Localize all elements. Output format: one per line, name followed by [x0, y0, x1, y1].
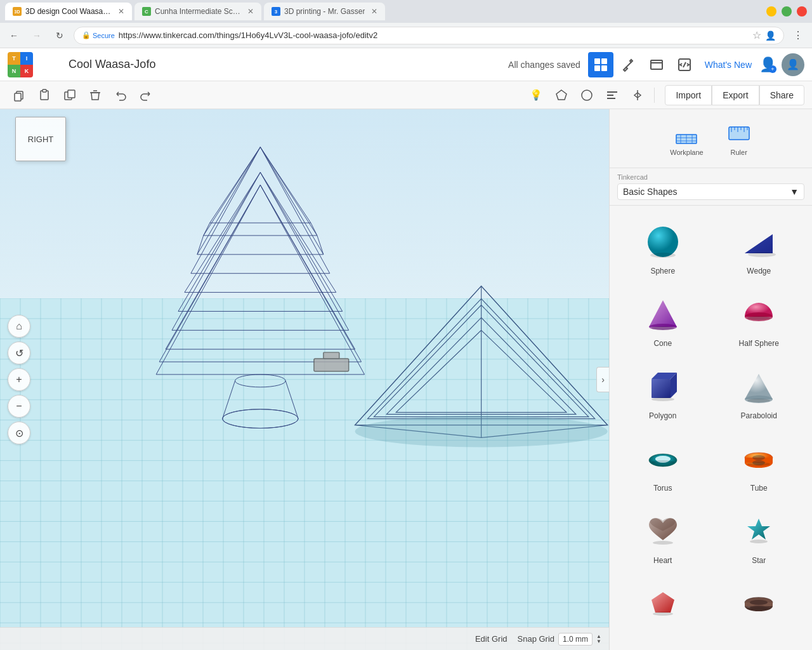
tab3-close[interactable]: ✕ — [371, 7, 377, 16]
right-panel: Workplane Ruler — [609, 109, 812, 650]
shape-torus[interactable]: Torus — [615, 428, 711, 500]
mirror-button[interactable] — [626, 84, 649, 107]
svg-point-134 — [752, 455, 765, 460]
shape-paraboloid[interactable]: Paraboloid — [711, 355, 808, 428]
tinkercad-logo[interactable]: T I N K — [8, 52, 33, 77]
shape-tube[interactable]: Tube — [711, 428, 808, 500]
category-dropdown[interactable]: Basic Shapes ▼ — [617, 183, 804, 200]
whats-new-button[interactable]: What's New — [700, 60, 757, 70]
shape12-icon — [737, 580, 781, 625]
more-button[interactable]: ⋮ — [789, 27, 807, 44]
redo-button[interactable] — [134, 84, 157, 107]
shape-half-sphere[interactable]: Half Sphere — [711, 283, 808, 355]
star-icon[interactable]: ☆ — [752, 29, 761, 41]
tab-3[interactable]: 3 3D printing - Mr. Gasser ✕ — [264, 3, 385, 20]
maximize-button[interactable] — [782, 6, 792, 17]
svg-rect-9 — [43, 90, 46, 92]
zoom-in-button[interactable]: + — [8, 368, 30, 391]
ruler-tool[interactable]: Ruler — [719, 117, 759, 160]
align-left-button[interactable] — [601, 84, 624, 107]
paraboloid-icon — [737, 363, 781, 408]
svg-marker-140 — [652, 592, 674, 613]
paste-button[interactable] — [33, 84, 56, 107]
shape11-icon — [641, 580, 685, 625]
svg-rect-103 — [729, 127, 749, 140]
svg-point-139 — [750, 540, 768, 543]
address-bar[interactable]: 🔒 Secure https://www.tinkercad.com/thing… — [74, 27, 784, 44]
svg-point-145 — [750, 600, 768, 605]
tube-icon — [737, 435, 781, 480]
app-header: T I N K Cool Waasa-Jofo All changes save… — [0, 48, 812, 81]
tab2-close[interactable]: ✕ — [247, 7, 254, 16]
shape-cone[interactable]: Cone — [615, 283, 711, 355]
edit-grid-label[interactable]: Edit Grid — [475, 634, 508, 644]
fit-view-button[interactable]: ⊙ — [8, 421, 30, 444]
category-selector: Tinkercad Basic Shapes ▼ — [610, 168, 812, 206]
half-sphere-icon — [737, 291, 781, 335]
view-button[interactable] — [644, 52, 669, 77]
shape-wedge[interactable]: Wedge — [711, 211, 808, 283]
torus-icon — [641, 435, 685, 480]
add-user-button[interactable]: 👤+ — [759, 56, 776, 73]
copy-button[interactable] — [8, 84, 30, 107]
grid-floor — [0, 298, 609, 650]
delete-button[interactable] — [84, 84, 107, 107]
orientation-cube[interactable]: RIGHT — [15, 117, 66, 161]
svg-point-111 — [648, 227, 678, 257]
svg-point-126 — [747, 399, 770, 402]
viewport[interactable]: RIGHT ⌂ ↺ + − ⊙ › Edit Grid Snap Grid 1.… — [0, 109, 609, 650]
export-button[interactable]: Export — [712, 85, 759, 105]
svg-point-124 — [652, 397, 674, 401]
shape-12[interactable] — [711, 573, 808, 636]
svg-point-147 — [747, 607, 770, 611]
rotate-view-button[interactable]: ↺ — [8, 342, 30, 364]
heart-label: Heart — [653, 556, 672, 565]
shape-polygon[interactable]: Polygon — [615, 355, 711, 428]
back-button[interactable]: ← — [5, 27, 23, 44]
svg-point-13 — [582, 90, 592, 100]
light-button[interactable]: 💡 — [525, 84, 547, 107]
grid-view-button[interactable] — [588, 52, 613, 77]
tab-2[interactable]: C Cunha Intermediate Scho... ✕ — [134, 3, 261, 20]
star-label: Star — [752, 556, 766, 565]
polygon-label: Polygon — [649, 411, 676, 420]
snap-arrows[interactable]: ▲ ▼ — [596, 634, 601, 644]
code-button[interactable] — [672, 52, 697, 77]
tab1-title: 3D design Cool Waasa-... — [25, 7, 112, 16]
browser-titlebar: 3D 3D design Cool Waasa-... ✕ C Cunha In… — [0, 0, 812, 23]
main-layout: RIGHT ⌂ ↺ + − ⊙ › Edit Grid Snap Grid 1.… — [0, 109, 812, 650]
workplane-tool[interactable]: Workplane — [662, 117, 710, 160]
minimize-button[interactable] — [766, 6, 776, 17]
share-button[interactable]: Share — [759, 85, 804, 105]
undo-button[interactable] — [109, 84, 132, 107]
shapes-grid: Sphere Wedge — [610, 206, 812, 641]
tab-1[interactable]: 3D 3D design Cool Waasa-... ✕ — [5, 3, 132, 20]
collapse-panel-arrow[interactable]: › — [596, 367, 609, 392]
address-text: https://www.tinkercad.com/things/1Ho6y4L… — [119, 30, 749, 40]
workplane-icon — [674, 121, 699, 146]
user-avatar[interactable]: 👤 — [782, 53, 804, 76]
reload-button[interactable]: ↻ — [51, 27, 69, 44]
circle-tool[interactable] — [575, 84, 598, 107]
tab1-close[interactable]: ✕ — [118, 7, 124, 16]
close-button[interactable] — [797, 6, 807, 17]
profile-icon[interactable]: 👤 — [765, 30, 776, 41]
shape-11[interactable] — [615, 573, 711, 636]
cone-label: Cone — [653, 339, 672, 348]
polygon-tool[interactable] — [550, 84, 573, 107]
import-button[interactable]: Import — [665, 85, 712, 105]
home-view-button[interactable]: ⌂ — [8, 315, 30, 338]
shape-star[interactable]: Star — [711, 500, 808, 573]
build-button[interactable] — [616, 52, 641, 77]
hamburger-menu-button[interactable] — [41, 55, 61, 75]
forward-button[interactable]: → — [28, 27, 46, 44]
duplicate-button[interactable] — [58, 84, 81, 107]
svg-point-115 — [748, 252, 776, 257]
shape-heart[interactable]: Heart — [615, 500, 711, 573]
shape-sphere[interactable]: Sphere — [615, 211, 711, 283]
snap-value: 1.0 mm — [558, 633, 593, 646]
torus-label: Torus — [653, 484, 672, 493]
zoom-out-button[interactable]: − — [8, 395, 30, 418]
svg-rect-4 — [651, 60, 662, 69]
svg-rect-121 — [652, 379, 671, 398]
